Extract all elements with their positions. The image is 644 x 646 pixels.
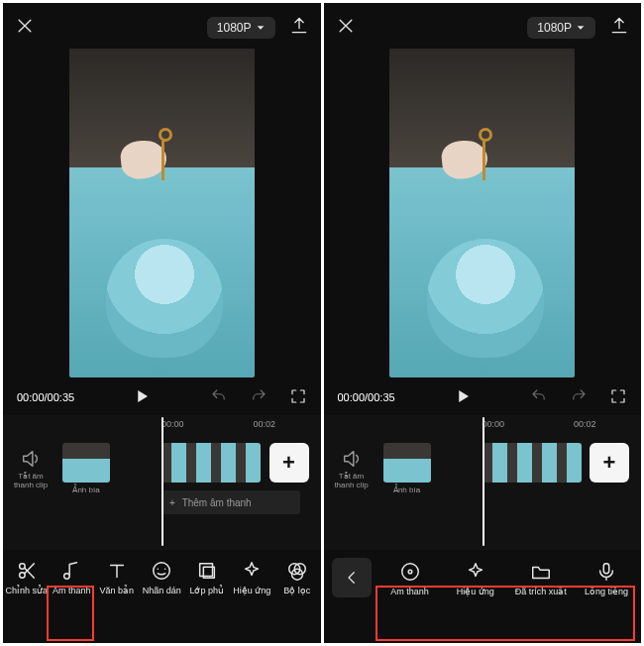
tool-label: Âm thanh [390,587,429,596]
timeline[interactable]: 00:0000:02 Tắt âm thanh clip Ảnh bìa + [324,415,642,550]
resolution-picker[interactable]: 1080P [207,17,275,39]
back-button[interactable] [332,558,372,597]
mute-clip-button[interactable]: Tắt âm thanh clip [330,448,374,489]
cover-label: Ảnh bìa [383,485,431,494]
video-preview[interactable] [389,49,575,377]
sparkle-icon [241,560,263,582]
audio-toolbar: Âm thanh Hiệu ứng Đã trích xuất Lồng tiế… [324,550,642,607]
sticker-icon [151,560,172,582]
svg-rect-10 [603,564,609,574]
cover-thumbnail[interactable]: Ảnh bìa [383,443,431,494]
add-audio-track[interactable]: + Thêm âm thanh [161,490,300,514]
topbar: 1080P [3,3,321,47]
tool-label: Bộ lọc [283,586,310,595]
tool-text[interactable]: Văn bản [95,551,139,604]
tool-filter[interactable]: Bộ lọc [275,551,319,604]
tool-voice[interactable]: Lồng tiếng [574,552,639,605]
tool-extracted[interactable]: Đã trích xuất [508,552,574,605]
resolution-picker[interactable]: 1080P [527,17,595,39]
export-icon[interactable] [609,16,629,40]
preview-area [3,47,321,381]
tool-label: Văn bản [99,586,134,595]
mic-icon [595,561,617,583]
play-button[interactable] [133,387,151,407]
undo-icon[interactable] [210,387,228,407]
tool-effect[interactable]: Hiệu ứng [443,552,508,605]
fullscreen-icon[interactable] [289,387,307,407]
transport-bar: 00:00/00:35 [3,381,321,415]
tool-label: Âm thanh [53,586,91,595]
tool-sticker[interactable]: Nhãn dán [141,551,184,604]
tool-label: Nhãn dán [143,586,181,595]
fullscreen-icon[interactable] [609,387,627,407]
filter-icon [286,560,308,582]
tool-overlay[interactable]: Lớp phủ [185,551,229,604]
svg-point-9 [408,570,412,574]
bottom-toolbar: Chỉnh sửa Âm thanh Văn bản Nhãn dán Lớp … [3,550,321,607]
overlay-icon [196,560,218,582]
folder-icon [530,561,552,583]
timecode: 00:00/00:35 [338,391,395,403]
add-clip-button[interactable]: + [590,443,629,483]
tool-effect[interactable]: Hiệu ứng [231,551,274,604]
svg-point-2 [154,563,170,580]
tool-label: Hiệu ứng [233,586,270,595]
add-audio-label: Thêm âm thanh [182,497,252,508]
close-icon[interactable] [336,16,356,40]
resolution-label: 1080P [217,21,252,35]
tool-audio[interactable]: Âm thanh [377,552,443,605]
sparkle-icon [465,561,486,583]
tool-label: Hiệu ứng [457,587,494,596]
timeline[interactable]: 00:0000:02 Tắt âm thanh clip Ảnh bìa + +… [3,415,321,550]
tool-label: Lớp phủ [189,586,224,595]
transport-bar: 00:00/00:35 [324,381,642,415]
cover-thumbnail[interactable]: Ảnh bìa [62,443,110,494]
undo-icon[interactable] [530,387,548,407]
topbar: 1080P [324,3,642,47]
preview-area [324,47,642,381]
playhead[interactable] [161,417,163,546]
svg-point-8 [401,564,418,581]
cover-label: Ảnh bìa [62,485,110,494]
tool-audio[interactable]: Âm thanh [51,551,94,604]
close-icon[interactable] [15,16,35,40]
redo-icon[interactable] [250,387,268,407]
resolution-label: 1080P [537,21,572,35]
video-preview[interactable] [69,49,255,377]
export-icon[interactable] [289,16,309,40]
scissors-icon [16,560,38,582]
video-clip[interactable] [161,443,261,483]
music-note-icon [60,560,82,582]
tool-label: Lồng tiếng [585,587,628,596]
video-clip[interactable] [483,443,582,483]
text-icon [106,560,128,582]
svg-rect-3 [199,564,212,577]
playhead[interactable] [483,417,484,546]
timecode: 00:00/00:35 [17,391,74,403]
tool-label: Chỉnh sửa [5,586,48,595]
mute-clip-button[interactable]: Tắt âm thanh clip [9,448,53,489]
chevron-left-icon [343,569,361,587]
add-clip-button[interactable]: + [269,443,309,483]
disc-icon [399,561,421,583]
tool-edit[interactable]: Chỉnh sửa [5,551,49,604]
editor-screen-left: 1080P 00:00/00:35 00:0000:02 Tắt âm than… [3,3,321,643]
mute-clip-label: Tắt âm thanh clip [330,472,374,489]
redo-icon[interactable] [570,387,588,407]
play-button[interactable] [454,387,472,407]
editor-screen-right: 1080P 00:00/00:35 00:0000:02 Tắt âm than… [324,3,642,643]
mute-clip-label: Tắt âm thanh clip [9,472,53,489]
tool-label: Đã trích xuất [515,587,567,596]
